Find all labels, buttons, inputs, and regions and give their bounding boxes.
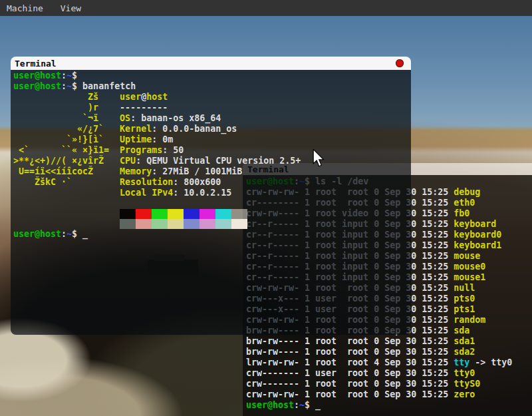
command-bananfetch: bananfetch [82, 81, 136, 91]
terminal1-content[interactable]: user@host:~$ user@host:~$ bananfetch Zš … [11, 70, 411, 335]
fetch-line: Local IPv4: 10.0.2.15 [13, 188, 411, 198]
ls-row: crw-rw-rw- 1 root root 0 Sep 30 15:25 ze… [246, 389, 532, 400]
palette-swatch [184, 209, 200, 219]
ls-row: lrw-rw-rw- 1 root root 4 Sep 30 15:25 tt… [246, 357, 532, 368]
file-name: mouse1 [454, 272, 485, 282]
prompt-line-2: user@host:~$ bananfetch [13, 81, 411, 92]
fetch-line: U==íï<<ííîcocŽ Memory: 27MiB / 1001MiB [13, 166, 411, 177]
file-name: sda [454, 325, 469, 335]
palette-swatch [152, 209, 168, 219]
palette-swatch [120, 209, 136, 219]
palette-swatch [136, 209, 152, 219]
file-name: mouse [454, 251, 480, 261]
fetch-line: ŽškC ·` Resolution: 800x600 [13, 177, 411, 188]
palette-swatch [200, 219, 215, 229]
prompt-line-1: user@host:~$ [13, 71, 411, 81]
terminal1-cursor: _ [82, 229, 88, 239]
palette-swatch [215, 219, 231, 229]
palette-swatch [200, 209, 215, 219]
file-name: null [454, 283, 475, 293]
palette-swatch [231, 219, 247, 229]
blank-line [13, 198, 411, 209]
fetch-output: Zš user@host )r --------- `¬ï OS: banan-… [13, 92, 411, 198]
terminal1-window: Terminal user@host:~$ user@host:~$ banan… [11, 57, 411, 335]
file-name: sda2 [454, 347, 475, 357]
terminal2-prompt-line: user@host:~$ _ [246, 400, 532, 411]
fetch-line: <` ``« ×}ï1= Programs: 50 [13, 145, 411, 156]
file-name: sda1 [454, 336, 475, 346]
file-name: fb0 [454, 208, 469, 218]
palette-swatch [120, 219, 136, 229]
file-name: keyboard [454, 219, 496, 229]
file-name: tty [454, 357, 469, 367]
file-name: eth0 [454, 198, 475, 208]
palette-swatch [136, 219, 152, 229]
fetch-line: Zš user@host [13, 92, 411, 103]
palette-swatch [231, 209, 247, 219]
file-name: pts0 [454, 294, 475, 304]
fetch-line: >**¿<+)//( ×¿vîrŽ CPU: QEMU Virtual CPU … [13, 156, 411, 166]
menu-item-machine[interactable]: Machine [7, 3, 43, 13]
terminal1-titlebar[interactable]: Terminal [11, 57, 411, 70]
file-name: zero [454, 389, 475, 399]
ls-row: brw-rw---- 1 root root 0 Sep 30 15:25 sd… [246, 336, 532, 347]
menubar: Machine View [0, 0, 532, 16]
menu-item-view[interactable]: View [61, 3, 81, 13]
fetch-line: )r --------- [13, 103, 411, 113]
mouse-cursor-icon [313, 149, 325, 171]
file-name: ttyS0 [454, 379, 480, 389]
palette-swatch [152, 219, 168, 229]
ls-row: brw-rw---- 1 root root 0 Sep 30 15:25 sd… [246, 347, 532, 357]
terminal2-cursor: _ [315, 400, 321, 410]
file-name: pts1 [454, 304, 475, 314]
palette-swatch [184, 219, 200, 229]
palette-swatch [215, 209, 231, 219]
terminal1-prompt-line: user@host:~$ _ [13, 229, 411, 240]
palette-row [120, 209, 411, 219]
fetch-line: `»!}[ì` Uptime: 0m [13, 134, 411, 145]
file-name: keyboard1 [454, 240, 501, 250]
close-button[interactable] [396, 59, 404, 67]
file-name: tty0 [454, 368, 475, 378]
file-name: debug [454, 187, 480, 197]
palette-swatch [168, 219, 184, 229]
fetch-line: «/¿7` Kernel: 0.0.0-banan_os [13, 124, 411, 134]
terminal1-title: Terminal [15, 59, 57, 69]
color-palette [13, 209, 411, 229]
ls-row: crw------- 1 root root 0 Sep 30 15:25 tt… [246, 379, 532, 389]
palette-row [120, 219, 411, 229]
fetch-line: `¬ï OS: banan-os x86_64 [13, 113, 411, 124]
file-name: random [454, 315, 485, 325]
palette-swatch [168, 209, 184, 219]
vm-screen: Machine View Terminal user@host:~$ ls -l… [0, 0, 532, 416]
ls-row: crw------- 1 user root 0 Sep 30 15:25 tt… [246, 368, 532, 379]
file-name: keyboard0 [454, 230, 501, 240]
file-name: mouse0 [454, 262, 485, 272]
